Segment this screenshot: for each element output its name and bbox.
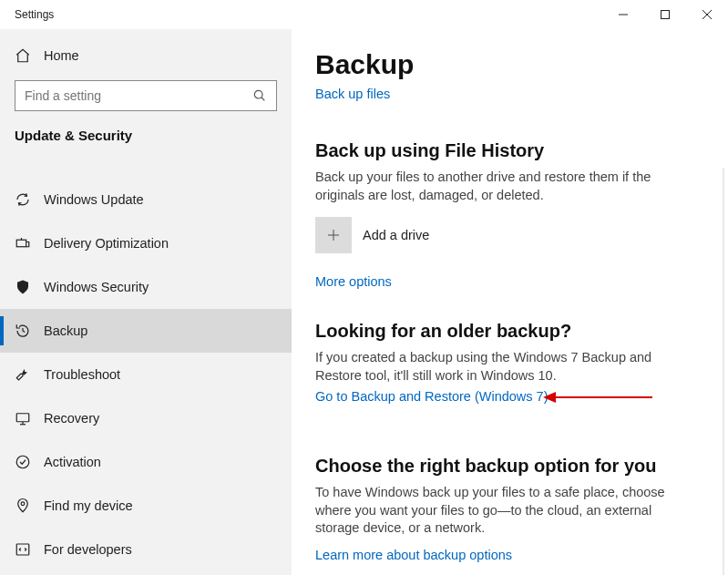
nav-label: Windows Security (44, 280, 149, 294)
nav-recovery[interactable]: Recovery (0, 396, 292, 440)
backup-files-link[interactable]: Back up files (315, 87, 390, 101)
choose-heading: Choose the right backup option for you (315, 456, 712, 477)
nav-label: Backup (44, 323, 87, 338)
file-history-body: Back up your files to another drive and … (315, 169, 698, 204)
nav-for-developers[interactable]: For developers (0, 528, 292, 571)
code-icon (15, 541, 31, 558)
nav-label: Recovery (44, 411, 99, 426)
nav-delivery-optimization[interactable]: Delivery Optimization (0, 221, 292, 265)
nav-label: Windows Update (44, 192, 144, 207)
close-button[interactable] (686, 1, 728, 28)
annotation-arrow-icon (543, 388, 652, 406)
search-input[interactable] (25, 88, 252, 103)
titlebar: Settings (0, 0, 728, 29)
svg-rect-13 (16, 544, 29, 555)
svg-point-11 (16, 456, 29, 468)
location-icon (15, 498, 31, 514)
svg-line-5 (261, 98, 264, 100)
sync-icon (15, 191, 31, 208)
recovery-icon (15, 410, 31, 426)
choose-body: To have Windows back up your files to a … (315, 484, 698, 538)
svg-rect-6 (16, 240, 26, 247)
search-box[interactable] (15, 80, 277, 111)
more-options-link[interactable]: More options (315, 274, 392, 289)
nav-label: Delivery Optimization (44, 236, 169, 251)
svg-rect-8 (16, 414, 29, 422)
close-icon (702, 10, 712, 19)
nav-windows-security[interactable]: Windows Security (0, 265, 292, 309)
nav-backup[interactable]: Backup (0, 309, 292, 353)
older-backup-heading: Looking for an older backup? (315, 321, 712, 342)
learn-more-link[interactable]: Learn more about backup options (315, 548, 512, 562)
nav-list: Windows Update Delivery Optimization Win… (0, 178, 292, 571)
search-icon (252, 88, 267, 103)
nav-label: Activation (44, 455, 101, 469)
nav-windows-update[interactable]: Windows Update (0, 178, 292, 221)
minimize-button[interactable] (602, 1, 644, 28)
backup-icon (15, 323, 31, 339)
file-history-heading: Back up using File History (315, 140, 712, 161)
main-panel: Backup Back up files Back up using File … (292, 29, 728, 575)
delivery-icon (15, 235, 31, 252)
window-title: Settings (0, 8, 54, 21)
maximize-icon (661, 10, 670, 19)
nav-label: Troubleshoot (44, 367, 120, 382)
nav-label: Find my device (44, 498, 133, 513)
plus-icon (325, 227, 342, 243)
svg-point-4 (254, 90, 262, 98)
add-drive-label: Add a drive (363, 228, 429, 242)
home-icon (15, 47, 31, 64)
backup-restore-win7-link[interactable]: Go to Backup and Restore (Windows 7) (315, 389, 548, 404)
older-backup-body: If you created a backup using the Window… (315, 349, 698, 385)
page-title: Backup (315, 49, 712, 80)
nav-label: For developers (44, 542, 132, 557)
scrollbar[interactable] (717, 168, 728, 575)
search-wrap (15, 80, 277, 111)
minimize-icon (619, 10, 628, 19)
section-title: Update & Security (0, 128, 292, 143)
content: Home Update & Security Windows Update De… (0, 29, 728, 575)
nav-find-my-device[interactable]: Find my device (0, 484, 292, 528)
sidebar: Home Update & Security Windows Update De… (0, 29, 292, 575)
check-circle-icon (15, 454, 31, 470)
home-link[interactable]: Home (0, 40, 292, 71)
nav-activation[interactable]: Activation (0, 440, 292, 484)
home-label: Home (44, 48, 79, 63)
shield-icon (15, 279, 31, 295)
maximize-button[interactable] (644, 1, 686, 28)
svg-point-12 (21, 502, 25, 506)
plus-tile (315, 217, 352, 253)
svg-rect-1 (661, 11, 670, 19)
wrench-icon (15, 366, 31, 383)
add-drive-button[interactable]: Add a drive (315, 217, 712, 253)
svg-marker-17 (543, 392, 556, 403)
nav-troubleshoot[interactable]: Troubleshoot (0, 353, 292, 396)
